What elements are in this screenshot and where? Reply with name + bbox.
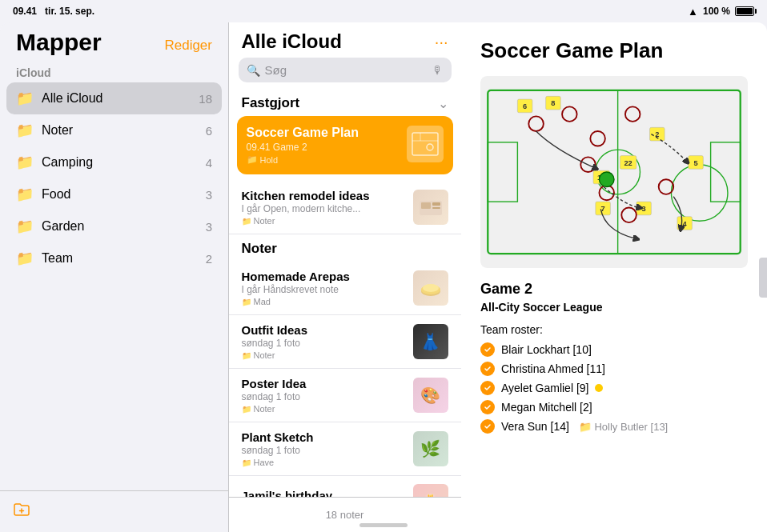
sidebar-item-team[interactable]: 📁 Team 2 <box>6 242 222 274</box>
note-item-outfit[interactable]: Outfit Ideas søndag 1 foto 📁 Noter 👗 <box>229 315 461 369</box>
check-icon-1 <box>480 342 495 357</box>
outfit-note-thumbnail: 👗 <box>413 324 448 359</box>
arepas-folder-name: Mad <box>254 297 271 306</box>
sidebar-item-noter[interactable]: 📁 Noter 6 <box>6 114 222 146</box>
icloud-section-label: iCloud <box>0 58 228 82</box>
birthday-note-title: Jamil's birthday <box>242 489 405 497</box>
sidebar-item-alle-icloud[interactable]: 📁 Alle iCloud 18 <box>6 82 222 114</box>
svg-point-39 <box>590 131 605 146</box>
plant-note-text: Plant Sketch søndag 1 foto 📁 Have <box>242 430 405 467</box>
svg-text:22: 22 <box>624 159 632 167</box>
search-icon: 🔍 <box>247 64 260 77</box>
note-item-arepas[interactable]: Homemade Arepas I går Håndskrevet note 📁… <box>229 262 461 315</box>
check-icon-2 <box>480 362 495 376</box>
folder-count: 6 <box>206 124 212 138</box>
search-placeholder: Søg <box>265 63 428 77</box>
microphone-icon: 🎙 <box>432 64 444 77</box>
folder-count: 2 <box>206 252 212 266</box>
notes-section-header: Noter <box>229 234 461 262</box>
roster-name-3: Ayelet Gamliel [9] <box>501 382 588 394</box>
folders-footer <box>0 490 228 532</box>
svg-point-45 <box>599 172 614 187</box>
kitchen-folder-name: Noter <box>254 216 275 226</box>
roster-item-1: Blair Lockhart [10] <box>480 342 748 357</box>
outfit-note-text: Outfit Ideas søndag 1 foto 📁 Noter <box>242 323 405 360</box>
outfit-folder-name: Noter <box>254 350 275 360</box>
outfit-note-title: Outfit Ideas <box>242 323 405 337</box>
roster-extra: 📁 Holly Butler [13] <box>579 421 668 433</box>
folder-icon: 📁 <box>16 122 34 139</box>
detail-panel: Soccer Game Plan <box>461 22 767 532</box>
poster-note-text: Poster Idea søndag 1 foto 📁 Noter <box>242 377 405 414</box>
svg-point-37 <box>528 116 544 131</box>
search-bar[interactable]: 🔍 Søg 🎙 <box>239 58 452 82</box>
svg-point-12 <box>423 284 439 292</box>
note-item-kitchen[interactable]: Kitchen remodel ideas I går Open, modern… <box>229 181 461 234</box>
folder-list: 📁 Alle iCloud 18 📁 Noter 6 📁 Camping 4 📁… <box>0 82 228 490</box>
new-folder-button[interactable] <box>13 501 30 522</box>
roster-item-2: Christina Ahmed [11] <box>480 362 748 376</box>
status-bar: 09.41 tir. 15. sep. ▲ 100 % <box>0 0 767 22</box>
plant-note-title: Plant Sketch <box>242 430 405 444</box>
folder-icon: 📁 <box>242 405 251 414</box>
roster-item-3: Ayelet Gamliel [9] <box>480 381 748 395</box>
pinned-chevron-icon: ⌄ <box>438 96 448 111</box>
birthday-note-text: Jamil's birthday søndag <box>242 489 405 497</box>
folder-icon: 📁 <box>242 351 251 360</box>
svg-point-40 <box>625 106 641 122</box>
sidebar-item-camping[interactable]: 📁 Camping 4 <box>6 146 222 178</box>
folder-count: 3 <box>206 188 212 202</box>
roster-item-4: Megan Mitchell [2] <box>480 400 748 414</box>
pinned-note-item[interactable]: Soccer Game Plan 09.41 Game 2 📁 Hold <box>237 116 453 174</box>
note-item-plant[interactable]: Plant Sketch søndag 1 foto 📁 Have 🌿 <box>229 422 461 476</box>
svg-text:5: 5 <box>693 159 697 167</box>
folder-icon: 📁 <box>242 298 251 306</box>
detail-title: Soccer Game Plan <box>480 38 748 63</box>
svg-text:3: 3 <box>642 205 646 213</box>
league-name: All-City Soccer League <box>480 301 748 314</box>
pinned-note-meta: 09.41 Game 2 <box>247 142 407 153</box>
arepas-note-text: Homemade Arepas I går Håndskrevet note 📁… <box>242 270 405 306</box>
edit-button[interactable]: Rediger <box>164 38 212 55</box>
roster-name-4: Megan Mitchell [2] <box>501 401 592 414</box>
check-icon-5 <box>480 419 495 434</box>
outfit-note-meta: søndag 1 foto <box>242 338 405 349</box>
folder-count: 4 <box>206 156 212 170</box>
arepas-note-folder: 📁 Mad <box>242 297 405 306</box>
svg-point-38 <box>562 106 577 122</box>
folder-icon: 📁 <box>242 458 251 467</box>
note-item-poster[interactable]: Poster Idea søndag 1 foto 📁 Noter 🎨 <box>229 369 461 422</box>
note-item-birthday[interactable]: Jamil's birthday søndag 🎂 <box>229 476 461 497</box>
side-button[interactable] <box>759 258 767 298</box>
sidebar-item-food[interactable]: 📁 Food 3 <box>6 178 222 210</box>
kitchen-note-title: Kitchen remodel ideas <box>242 189 405 202</box>
pinned-note-title: Soccer Game Plan <box>247 126 407 140</box>
yellow-card-icon <box>595 384 603 392</box>
poster-note-meta: søndag 1 foto <box>242 391 405 402</box>
folder-count: 3 <box>206 220 212 234</box>
birthday-note-thumbnail: 🎂 <box>413 484 448 497</box>
pinned-note-text: Soccer Game Plan 09.41 Game 2 📁 Hold <box>247 126 407 165</box>
arepas-note-thumbnail <box>413 270 448 306</box>
notes-count: 18 noter <box>326 509 364 521</box>
folder-name: Noter <box>42 123 198 138</box>
roster-label: Team roster: <box>480 323 748 336</box>
svg-text:8: 8 <box>551 99 555 107</box>
soccer-field-diagram: 6 8 2 5 22 10 7 3 4 <box>480 76 748 268</box>
poster-folder-name: Noter <box>254 404 275 414</box>
svg-rect-2 <box>412 133 438 155</box>
home-indicator[interactable] <box>359 523 408 527</box>
kitchen-note-thumbnail <box>413 190 448 225</box>
folder-icon: 📁 <box>16 218 34 235</box>
folder-small-icon: 📁 <box>247 154 258 165</box>
kitchen-note-text: Kitchen remodel ideas I går Open, modern… <box>242 189 405 226</box>
svg-rect-9 <box>432 207 440 209</box>
more-options-button[interactable]: ··· <box>435 33 448 51</box>
pinned-note-folder-name: Hold <box>260 155 279 165</box>
folders-title: Mapper <box>16 29 102 55</box>
battery-icon <box>735 6 754 16</box>
svg-point-44 <box>659 179 674 194</box>
svg-point-42 <box>599 186 614 201</box>
sidebar-item-garden[interactable]: 📁 Garden 3 <box>6 210 222 242</box>
folder-name: Team <box>42 251 198 266</box>
